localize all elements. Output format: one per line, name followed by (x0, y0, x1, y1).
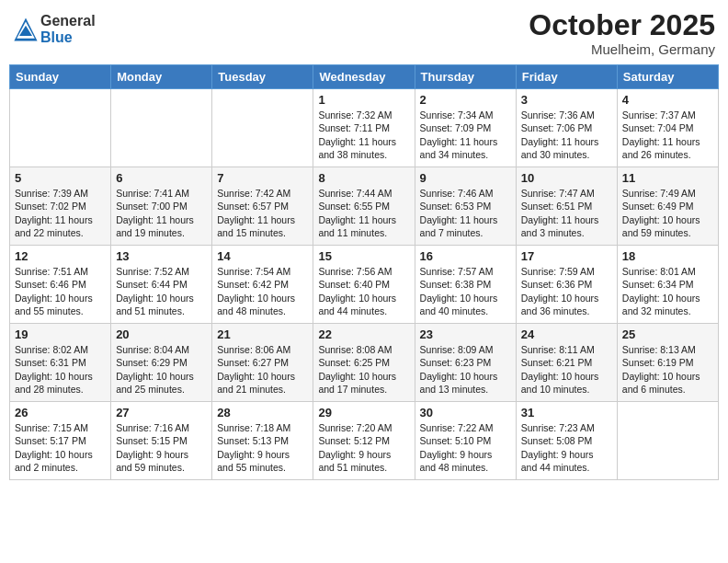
calendar-cell: 27Sunrise: 7:16 AM Sunset: 5:15 PM Dayli… (111, 402, 212, 480)
cell-content: Sunrise: 8:08 AM Sunset: 6:25 PM Dayligh… (318, 343, 409, 396)
calendar-cell: 2Sunrise: 7:34 AM Sunset: 7:09 PM Daylig… (415, 89, 516, 167)
logo-text: General Blue (40, 13, 96, 45)
day-number: 28 (217, 406, 308, 419)
day-number: 25 (622, 327, 713, 341)
calendar-cell (10, 89, 111, 167)
day-number: 31 (521, 406, 612, 419)
cell-content: Sunrise: 7:34 AM Sunset: 7:09 PM Dayligh… (420, 109, 511, 161)
cell-content: Sunrise: 7:56 AM Sunset: 6:40 PM Dayligh… (318, 265, 409, 317)
cell-content: Sunrise: 8:06 AM Sunset: 6:27 PM Dayligh… (217, 343, 308, 396)
calendar-cell: 23Sunrise: 8:09 AM Sunset: 6:23 PM Dayli… (415, 324, 516, 402)
day-number: 12 (15, 249, 106, 263)
weekday-header-saturday: Saturday (617, 65, 718, 89)
cell-content: Sunrise: 8:01 AM Sunset: 6:34 PM Dayligh… (622, 265, 713, 317)
calendar-cell: 8Sunrise: 7:44 AM Sunset: 6:55 PM Daylig… (313, 167, 415, 246)
cell-content: Sunrise: 7:59 AM Sunset: 6:36 PM Dayligh… (521, 265, 612, 317)
cell-content: Sunrise: 7:51 AM Sunset: 6:46 PM Dayligh… (15, 265, 106, 317)
calendar-cell: 5Sunrise: 7:39 AM Sunset: 7:02 PM Daylig… (10, 167, 111, 246)
calendar-cell: 21Sunrise: 8:06 AM Sunset: 6:27 PM Dayli… (212, 324, 313, 402)
calendar-cell: 18Sunrise: 8:01 AM Sunset: 6:34 PM Dayli… (617, 246, 718, 324)
calendar-cell: 22Sunrise: 8:08 AM Sunset: 6:25 PM Dayli… (313, 324, 415, 402)
calendar-cell: 31Sunrise: 7:23 AM Sunset: 5:08 PM Dayli… (516, 402, 617, 480)
cell-content: Sunrise: 8:13 AM Sunset: 6:19 PM Dayligh… (622, 343, 713, 396)
cell-content: Sunrise: 7:32 AM Sunset: 7:11 PM Dayligh… (318, 109, 409, 161)
logo-icon (13, 17, 39, 42)
calendar-cell: 20Sunrise: 8:04 AM Sunset: 6:29 PM Dayli… (111, 324, 212, 402)
calendar-cell (212, 89, 313, 167)
cell-content: Sunrise: 7:46 AM Sunset: 6:53 PM Dayligh… (420, 187, 511, 239)
week-row-3: 12Sunrise: 7:51 AM Sunset: 6:46 PM Dayli… (10, 246, 719, 324)
calendar-cell: 12Sunrise: 7:51 AM Sunset: 6:46 PM Dayli… (10, 246, 111, 324)
calendar-cell (111, 89, 212, 167)
day-number: 24 (521, 327, 612, 341)
day-number: 4 (622, 93, 713, 107)
title-block: October 2025 Muelheim, Germany (529, 9, 715, 57)
cell-content: Sunrise: 7:41 AM Sunset: 7:00 PM Dayligh… (116, 187, 207, 239)
day-number: 29 (318, 406, 409, 419)
calendar-cell: 4Sunrise: 7:37 AM Sunset: 7:04 PM Daylig… (617, 89, 718, 167)
day-number: 16 (420, 249, 511, 263)
day-number: 1 (318, 93, 409, 107)
calendar-cell: 29Sunrise: 7:20 AM Sunset: 5:12 PM Dayli… (313, 402, 415, 480)
day-number: 30 (420, 406, 511, 419)
day-number: 27 (116, 406, 207, 419)
logo: General Blue (13, 13, 96, 45)
day-number: 21 (217, 327, 308, 341)
cell-content: Sunrise: 7:23 AM Sunset: 5:08 PM Dayligh… (521, 421, 612, 474)
cell-content: Sunrise: 7:22 AM Sunset: 5:10 PM Dayligh… (420, 421, 511, 474)
cell-content: Sunrise: 8:11 AM Sunset: 6:21 PM Dayligh… (521, 343, 612, 396)
calendar-cell: 15Sunrise: 7:56 AM Sunset: 6:40 PM Dayli… (313, 246, 415, 324)
week-row-1: 1Sunrise: 7:32 AM Sunset: 7:11 PM Daylig… (10, 89, 719, 167)
cell-content: Sunrise: 7:39 AM Sunset: 7:02 PM Dayligh… (15, 187, 106, 239)
day-number: 14 (217, 249, 308, 263)
calendar-table: SundayMondayTuesdayWednesdayThursdayFrid… (9, 64, 719, 480)
day-number: 3 (521, 93, 612, 107)
calendar-cell: 25Sunrise: 8:13 AM Sunset: 6:19 PM Dayli… (617, 324, 718, 402)
calendar-cell: 30Sunrise: 7:22 AM Sunset: 5:10 PM Dayli… (415, 402, 516, 480)
calendar-cell: 13Sunrise: 7:52 AM Sunset: 6:44 PM Dayli… (111, 246, 212, 324)
month-title: October 2025 (529, 9, 715, 41)
calendar-cell: 9Sunrise: 7:46 AM Sunset: 6:53 PM Daylig… (415, 167, 516, 246)
cell-content: Sunrise: 7:54 AM Sunset: 6:42 PM Dayligh… (217, 265, 308, 317)
day-number: 23 (420, 327, 511, 341)
cell-content: Sunrise: 7:42 AM Sunset: 6:57 PM Dayligh… (217, 187, 308, 239)
logo-blue: Blue (40, 29, 96, 46)
day-number: 20 (116, 327, 207, 341)
day-number: 9 (420, 171, 511, 185)
calendar-cell (617, 402, 718, 480)
calendar-cell: 7Sunrise: 7:42 AM Sunset: 6:57 PM Daylig… (212, 167, 313, 246)
weekday-header-row: SundayMondayTuesdayWednesdayThursdayFrid… (10, 65, 719, 89)
cell-content: Sunrise: 7:52 AM Sunset: 6:44 PM Dayligh… (116, 265, 207, 317)
day-number: 19 (15, 327, 106, 341)
calendar-cell: 11Sunrise: 7:49 AM Sunset: 6:49 PM Dayli… (617, 167, 718, 246)
calendar-cell: 10Sunrise: 7:47 AM Sunset: 6:51 PM Dayli… (516, 167, 617, 246)
cell-content: Sunrise: 7:36 AM Sunset: 7:06 PM Dayligh… (521, 109, 612, 161)
day-number: 6 (116, 171, 207, 185)
week-row-4: 19Sunrise: 8:02 AM Sunset: 6:31 PM Dayli… (10, 324, 719, 402)
weekday-header-tuesday: Tuesday (212, 65, 313, 89)
cell-content: Sunrise: 8:09 AM Sunset: 6:23 PM Dayligh… (420, 343, 511, 396)
calendar-cell: 3Sunrise: 7:36 AM Sunset: 7:06 PM Daylig… (516, 89, 617, 167)
day-number: 26 (15, 406, 106, 419)
cell-content: Sunrise: 7:18 AM Sunset: 5:13 PM Dayligh… (217, 421, 308, 474)
logo-general: General (40, 13, 96, 29)
day-number: 15 (318, 249, 409, 263)
cell-content: Sunrise: 7:44 AM Sunset: 6:55 PM Dayligh… (318, 187, 409, 239)
calendar-cell: 14Sunrise: 7:54 AM Sunset: 6:42 PM Dayli… (212, 246, 313, 324)
calendar-cell: 19Sunrise: 8:02 AM Sunset: 6:31 PM Dayli… (10, 324, 111, 402)
page-header: General Blue October 2025 Muelheim, Germ… (9, 9, 719, 57)
day-number: 2 (420, 93, 511, 107)
cell-content: Sunrise: 7:16 AM Sunset: 5:15 PM Dayligh… (116, 421, 207, 474)
cell-content: Sunrise: 8:04 AM Sunset: 6:29 PM Dayligh… (116, 343, 207, 396)
cell-content: Sunrise: 8:02 AM Sunset: 6:31 PM Dayligh… (15, 343, 106, 396)
day-number: 11 (622, 171, 713, 185)
cell-content: Sunrise: 7:47 AM Sunset: 6:51 PM Dayligh… (521, 187, 612, 239)
calendar-cell: 6Sunrise: 7:41 AM Sunset: 7:00 PM Daylig… (111, 167, 212, 246)
day-number: 10 (521, 171, 612, 185)
cell-content: Sunrise: 7:37 AM Sunset: 7:04 PM Dayligh… (622, 109, 713, 161)
day-number: 5 (15, 171, 106, 185)
weekday-header-monday: Monday (111, 65, 212, 89)
weekday-header-wednesday: Wednesday (313, 65, 415, 89)
cell-content: Sunrise: 7:57 AM Sunset: 6:38 PM Dayligh… (420, 265, 511, 317)
day-number: 22 (318, 327, 409, 341)
